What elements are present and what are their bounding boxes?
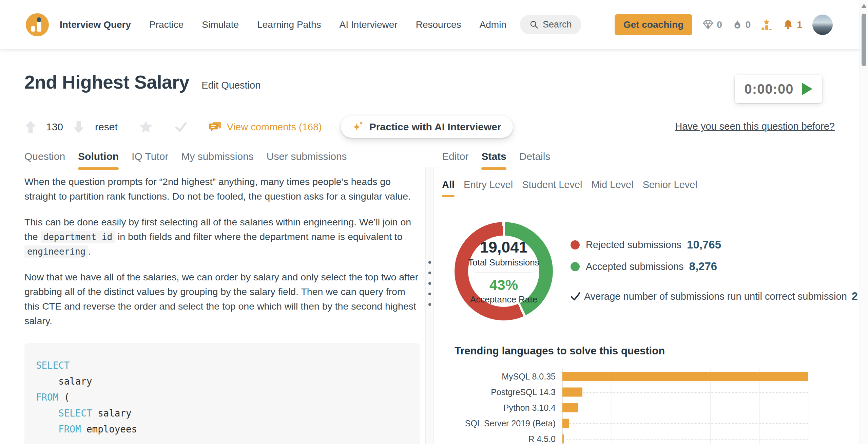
inline-code-engineering: engineering bbox=[24, 245, 88, 258]
timer-play-button[interactable] bbox=[802, 83, 812, 95]
donut-legend: Rejected submissions 10,765 Accepted sub… bbox=[571, 238, 721, 282]
page-scrollbar[interactable] bbox=[860, 0, 868, 444]
bar-label: PostgreSQL 14.3 bbox=[442, 387, 562, 397]
right-panel-tabs: EditorStatsDetails bbox=[442, 151, 550, 171]
timer-widget: 0:00:00 bbox=[735, 75, 822, 103]
average-submissions-label: Average number of submissions run until … bbox=[584, 291, 847, 302]
sql-code-block: SELECT salaryFROM ( SELECT salary FROM e… bbox=[24, 343, 420, 444]
level-tab-mid-level[interactable]: Mid Level bbox=[592, 179, 634, 199]
left-tabs-divider bbox=[0, 167, 425, 167]
practice-ai-interviewer-label: Practice with AI Interviewer bbox=[369, 121, 501, 133]
tab-question[interactable]: Question bbox=[24, 151, 65, 171]
page: Interview Query PracticeSimulateLearning… bbox=[0, 0, 868, 444]
mark-complete-check-icon[interactable] bbox=[174, 120, 188, 134]
sql-text: salary bbox=[36, 376, 92, 387]
bell-icon bbox=[783, 19, 794, 31]
language-bar-rows: MySQL 8.0.35PostgreSQL 14.3Python 3.10.4… bbox=[442, 369, 808, 444]
gems-counter[interactable]: 0 bbox=[702, 19, 722, 30]
practice-ai-interviewer-button[interactable]: Practice with AI Interviewer bbox=[341, 116, 513, 138]
bar-track bbox=[562, 400, 808, 415]
code-line: FROM ( bbox=[36, 389, 408, 405]
nav-item-practice[interactable]: Practice bbox=[149, 19, 184, 30]
gem-count: 0 bbox=[717, 19, 722, 30]
code-line: SELECT salary bbox=[36, 405, 408, 421]
bar-track bbox=[562, 415, 808, 431]
top-nav-bar: Interview Query PracticeSimulateLearning… bbox=[0, 0, 868, 49]
bar-track bbox=[562, 369, 808, 384]
reset-vote-link[interactable]: reset bbox=[95, 121, 118, 133]
view-comments-link[interactable]: View comments (168) bbox=[227, 122, 322, 133]
active-tab-underline bbox=[442, 195, 455, 197]
trending-languages-chart: MySQL 8.0.35PostgreSQL 14.3Python 3.10.4… bbox=[442, 369, 808, 444]
level-tab-student-level[interactable]: Student Level bbox=[522, 179, 582, 199]
sql-keyword: SELECT bbox=[58, 408, 92, 419]
scrollbar-up-arrow[interactable] bbox=[861, 4, 867, 8]
tab-my-submissions[interactable]: My submissions bbox=[181, 151, 253, 171]
level-tab-senior-level[interactable]: Senior Level bbox=[643, 179, 697, 199]
logo-bar-tall bbox=[37, 22, 41, 32]
logo-bar-short bbox=[31, 26, 35, 32]
trending-languages-title: Trending languages to solve this questio… bbox=[455, 345, 665, 357]
donut-center-labels: 19,041 Total Submissions 43% Acceptance … bbox=[455, 222, 553, 320]
panel-resize-handle[interactable] bbox=[425, 167, 434, 444]
gridline-dashed bbox=[562, 423, 808, 424]
gridline-dashed bbox=[562, 439, 808, 440]
search-button[interactable]: Search bbox=[520, 15, 581, 34]
rejected-label: Rejected submissions bbox=[586, 239, 681, 251]
left-panel-tabs: QuestionSolutionIQ TutorMy submissionsUs… bbox=[24, 151, 347, 171]
gridline-dashed bbox=[562, 392, 808, 393]
tab-solution[interactable]: Solution bbox=[78, 151, 119, 171]
seen-before-link[interactable]: Have you seen this question before? bbox=[675, 121, 835, 132]
bar-label: Python 3.10.4 bbox=[442, 403, 562, 413]
solution-content: When the question prompts for “2nd highe… bbox=[24, 174, 420, 444]
bookmark-star-icon[interactable] bbox=[139, 120, 153, 134]
resize-handle-dots bbox=[428, 261, 431, 306]
nav-item-simulate[interactable]: Simulate bbox=[202, 19, 239, 30]
get-coaching-label: Get coaching bbox=[623, 19, 683, 30]
scrollbar-thumb[interactable] bbox=[862, 14, 866, 66]
total-submissions-value: 19,041 bbox=[480, 238, 528, 256]
stats-level-tabs-divider bbox=[434, 203, 860, 203]
nav-item-ai-interviewer[interactable]: AI Interviewer bbox=[340, 19, 398, 30]
streak-count: 0 bbox=[746, 19, 751, 30]
upvote-icon[interactable] bbox=[24, 120, 37, 134]
downvote-icon[interactable] bbox=[73, 120, 85, 134]
interview-query-logo-icon[interactable] bbox=[26, 13, 49, 36]
checkmark-icon bbox=[570, 291, 581, 302]
legend-accepted-row: Accepted submissions 8,276 bbox=[571, 260, 721, 273]
rejected-dot-icon bbox=[571, 240, 580, 249]
nav-item-learning-paths[interactable]: Learning Paths bbox=[257, 19, 321, 30]
sql-text bbox=[36, 424, 58, 434]
brand-name[interactable]: Interview Query bbox=[60, 19, 131, 30]
search-icon bbox=[529, 20, 539, 29]
accepted-label: Accepted submissions bbox=[586, 261, 684, 272]
nav-item-admin[interactable]: Admin bbox=[480, 19, 506, 30]
streak-counter[interactable]: 0 bbox=[732, 19, 751, 30]
bar-track bbox=[562, 431, 808, 444]
sql-text: employees bbox=[81, 424, 137, 434]
bar-row-python-3-10-4: Python 3.10.4 bbox=[442, 400, 808, 415]
code-line: salary bbox=[36, 373, 408, 389]
gem-icon bbox=[702, 19, 714, 30]
total-submissions-label: Total Submissions bbox=[468, 257, 539, 268]
tab-editor[interactable]: Editor bbox=[442, 151, 468, 171]
comments-icon[interactable] bbox=[209, 121, 221, 133]
accepted-dot-icon bbox=[571, 262, 580, 271]
bar-label: SQL Server 2019 (Beta) bbox=[442, 419, 562, 428]
user-avatar[interactable] bbox=[812, 15, 833, 35]
get-coaching-button[interactable]: Get coaching bbox=[615, 14, 692, 35]
tab-user-submissions[interactable]: User submissions bbox=[267, 151, 347, 171]
tab-stats[interactable]: Stats bbox=[481, 151, 506, 171]
flame-icon bbox=[732, 19, 742, 30]
solution-paragraph-2: This can be done easily by first selecti… bbox=[24, 215, 420, 259]
level-tab-entry-level[interactable]: Entry Level bbox=[464, 179, 513, 199]
notifications-button[interactable]: 1 bbox=[783, 19, 802, 31]
nav-item-resources[interactable]: Resources bbox=[416, 19, 461, 30]
tab-iq-tutor[interactable]: IQ Tutor bbox=[132, 151, 168, 171]
bar-row-r-4-5-0: R 4.5.0 bbox=[442, 431, 808, 444]
timer-value: 0:00:00 bbox=[745, 81, 794, 97]
tab-details[interactable]: Details bbox=[519, 151, 551, 171]
edit-question-link[interactable]: Edit Question bbox=[201, 80, 261, 91]
level-tab-all[interactable]: All bbox=[442, 179, 455, 199]
leaderboard-button[interactable] bbox=[761, 19, 772, 31]
